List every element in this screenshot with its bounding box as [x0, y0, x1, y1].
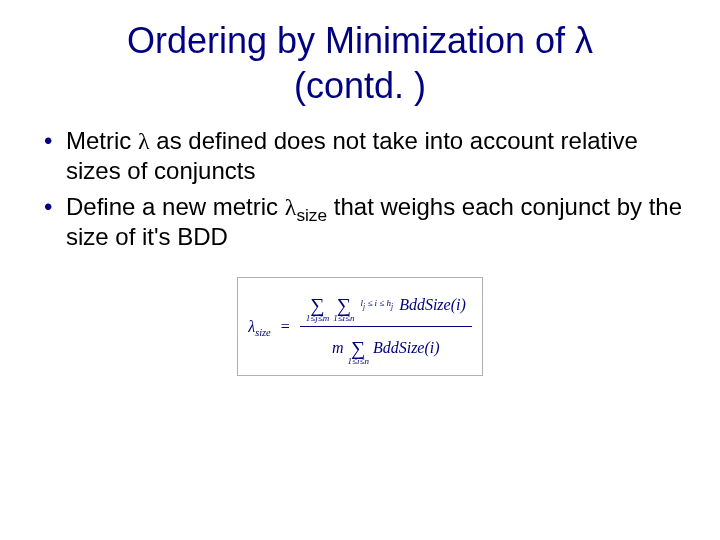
formula-lhs: λsize — [248, 319, 271, 335]
sum-icon: ∑ 1≤i≤n — [333, 287, 354, 323]
lambda-subscript: size — [296, 204, 327, 224]
equals-sign: = — [281, 319, 290, 335]
numerator: ∑ 1≤j≤m ∑ 1≤i≤n lj ≤ i ≤ hj BddSize(i) — [300, 284, 472, 326]
bdd-size-term: BddSize(i) — [399, 297, 466, 313]
bullet-text-post: as defined does not take into account re… — [66, 127, 638, 184]
title-line-1: Ordering by Minimization of λ — [127, 20, 593, 61]
slide: Ordering by Minimization of λ (contd. ) … — [0, 0, 720, 540]
lambda-symbol: λ — [285, 194, 297, 220]
bullet-item: Metric λ as defined does not take into a… — [44, 126, 688, 186]
bullet-list: Metric λ as defined does not take into a… — [26, 126, 694, 251]
bullet-text-pre: Define a new metric — [66, 193, 285, 220]
index-condition: lj ≤ i ≤ hj — [361, 299, 394, 310]
slide-title: Ordering by Minimization of λ (contd. ) — [26, 18, 694, 108]
formula-container: λsize = ∑ 1≤j≤m ∑ 1≤i≤n lj ≤ i ≤ hj — [26, 277, 694, 376]
formula: λsize = ∑ 1≤j≤m ∑ 1≤i≤n lj ≤ i ≤ hj — [237, 277, 483, 376]
bdd-size-term: BddSize(i) — [373, 340, 440, 356]
denominator: m ∑ 1≤i≤n BddSize(i) — [326, 327, 446, 369]
fraction: ∑ 1≤j≤m ∑ 1≤i≤n lj ≤ i ≤ hj BddSize(i) m — [300, 284, 472, 369]
title-line-2: (contd. ) — [294, 65, 426, 106]
lambda-subscript: size — [255, 327, 271, 338]
m-factor: m — [332, 340, 344, 356]
sum-icon: ∑ 1≤i≤n — [348, 330, 369, 366]
sum-icon: ∑ 1≤j≤m — [306, 287, 329, 323]
bullet-text-pre: Metric — [66, 127, 138, 154]
lambda-symbol: λ — [138, 128, 150, 154]
bullet-item: Define a new metric λsize that weighs ea… — [44, 192, 688, 252]
